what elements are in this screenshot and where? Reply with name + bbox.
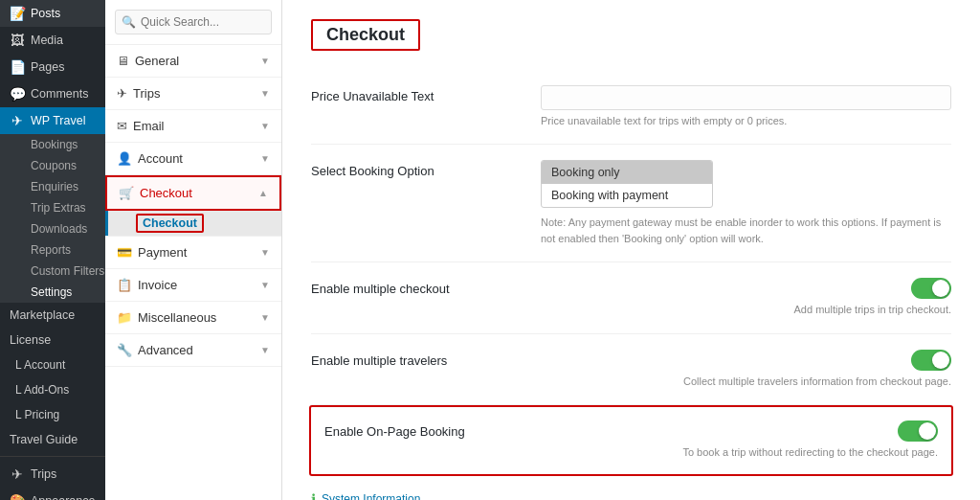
system-info-link[interactable]: System Information [322,492,420,500]
sidebar-item-reports[interactable]: Reports [21,239,105,261]
select-option-booking-only[interactable]: Booking only [542,161,712,184]
chevron-down-icon: ▼ [260,247,270,258]
toggle-onpage-booking[interactable] [898,420,938,442]
sidebar-sub-wptravel: Bookings Coupons Enquiries Trip Extras D… [0,134,105,303]
menu-group-payment: 💳 Payment ▼ [105,237,281,269]
pages-icon: 📄 [10,59,25,75]
sidebar-item-travel-guide[interactable]: Travel Guide [0,427,105,452]
menu-group-invoice: 📋 Invoice ▼ [105,269,281,302]
search-input[interactable] [115,10,272,34]
select-option-booking-payment[interactable]: Booking with payment [542,184,712,207]
sidebar-divider [0,456,105,457]
menu-group-checkout: 🛒 Checkout ▲ Checkout [105,175,281,237]
sidebar-item-posts[interactable]: 📝 Posts [0,0,105,27]
row-control-multiple-travelers: Collect multiple travelers information f… [541,350,951,389]
settings-row-multiple-checkout: Enable multiple checkout Add multiple tr… [311,262,951,333]
row-label-price-unavailable: Price Unavailable Text [311,85,541,103]
menu-group-trips: ✈ Trips ▼ [105,78,281,110]
search-wrapper: 🔍 [115,10,272,34]
menu-header-misc[interactable]: 📁 Miscellaneous ▼ [105,302,281,333]
sidebar-item-pages[interactable]: 📄 Pages [0,54,105,80]
sidebar-item-appearance[interactable]: 🎨 Appearance [0,488,105,500]
sidebar-item-lpricing[interactable]: L Pricing [0,402,105,427]
invoice-icon: 📋 [117,278,132,292]
menu-header-payment[interactable]: 💳 Payment ▼ [105,237,281,268]
sidebar-item-laddons[interactable]: L Add-Ons [0,377,105,402]
sidebar-item-trip-extras[interactable]: Trip Extras [21,197,105,218]
posts-icon: 📝 [10,6,25,21]
menu-group-misc: 📁 Miscellaneous ▼ [105,302,281,334]
toggle-multiple-checkout[interactable] [911,278,951,299]
chevron-up-icon: ▲ [258,188,268,198]
checkout-icon: 🛒 [119,186,134,200]
email-icon: ✉ [117,119,127,133]
menu-group-email: ✉ Email ▼ [105,110,281,143]
general-icon: 🖥 [117,54,129,68]
sidebar-item-laccount[interactable]: L Account [0,352,105,377]
sidebar-item-media[interactable]: 🖼 Media [0,27,105,54]
settings-row-booking-option: Select Booking Option Booking only Booki… [311,145,951,262]
settings-row-price-unavailable: Price Unavailable Text Price unavailable… [311,70,951,145]
toggle-hint-multiple-travelers: Collect multiple travelers information f… [683,375,951,389]
sidebar-item-marketplace[interactable]: Marketplace [0,303,105,328]
sidebar-item-coupons[interactable]: Coupons [21,155,105,176]
page-title-box: Checkout [311,19,420,51]
trips-icon: ✈ [10,466,25,482]
toggle-multiple-travelers[interactable] [911,350,951,371]
chevron-down-icon: ▼ [260,56,270,66]
wptravel-icon: ✈ [10,113,25,128]
menu-header-account[interactable]: 👤 Account ▼ [105,143,281,174]
row-control-multiple-checkout: Add multiple trips in trip checkout. [541,278,951,317]
price-unavailable-input[interactable] [541,85,951,110]
menu-header-general[interactable]: 🖥 General ▼ [105,45,281,77]
row-label-multiple-travelers: Enable multiple travelers [311,350,541,368]
row-label-onpage-booking: Enable On-Page Booking [324,420,554,439]
row-label-multiple-checkout: Enable multiple checkout [311,278,541,296]
settings-row-onpage-booking: Enable On-Page Booking To book a trip wi… [309,405,953,475]
menu-header-email[interactable]: ✉ Email ▼ [105,110,281,142]
sidebar-item-enquiries[interactable]: Enquiries [21,176,105,197]
payment-icon: 💳 [117,245,132,260]
menu-header-trips[interactable]: ✈ Trips ▼ [105,78,281,109]
page-title: Checkout [326,25,405,44]
trips-menu-icon: ✈ [117,86,127,101]
main-content: Checkout Price Unavailable Text Price un… [282,0,980,500]
sidebar-item-license[interactable]: License [0,328,105,352]
appearance-icon: 🎨 [10,493,25,500]
row-control-booking-option: Booking only Booking with payment Note: … [541,160,951,246]
sidebar-item-bookings[interactable]: Bookings [21,134,105,155]
menu-header-checkout[interactable]: 🛒 Checkout ▲ [105,175,281,211]
chevron-down-icon: ▼ [260,280,270,290]
system-info-footer: ℹ System Information [311,491,951,500]
chevron-down-icon: ▼ [260,88,270,99]
search-box: 🔍 [105,0,281,45]
toggle-wrap-multiple-travelers: Collect multiple travelers information f… [541,350,951,389]
sidebar: 📝 Posts 🖼 Media 📄 Pages 💬 Comments ✈ WP … [0,0,105,500]
chevron-down-icon: ▼ [260,121,270,131]
menu-header-advanced[interactable]: 🔧 Advanced ▼ [105,334,281,366]
info-icon: ℹ [311,491,316,500]
sidebar-item-wptravel[interactable]: ✈ WP Travel [0,107,105,134]
account-icon: 👤 [117,151,132,166]
toggle-hint-onpage-booking: To book a trip without redirecting to th… [682,445,938,460]
row-control-onpage-booking: To book a trip without redirecting to th… [554,420,938,460]
menu-sub-item-checkout[interactable]: Checkout [105,211,281,236]
menu-header-general-left: 🖥 General [117,54,179,68]
menu-header-invoice[interactable]: 📋 Invoice ▼ [105,269,281,301]
menu-group-account: 👤 Account ▼ [105,143,281,175]
row-control-price-unavailable: Price unavailable text for trips with em… [541,85,951,128]
settings-row-multiple-travelers: Enable multiple travelers Collect multip… [311,334,951,405]
chevron-down-icon: ▼ [260,153,270,164]
comments-icon: 💬 [10,86,25,102]
sidebar-item-trips[interactable]: ✈ Trips [0,461,105,488]
row-hint-price-unavailable: Price unavailable text for trips with em… [541,114,951,128]
toggle-hint-multiple-checkout: Add multiple trips in trip checkout. [794,303,951,317]
misc-icon: 📁 [117,310,132,325]
sidebar-item-comments[interactable]: 💬 Comments [0,80,105,107]
sidebar-item-settings[interactable]: Settings [21,282,105,303]
media-icon: 🖼 [10,33,25,48]
menu-group-general: 🖥 General ▼ [105,45,281,78]
booking-option-select[interactable]: Booking only Booking with payment [541,160,713,208]
sidebar-item-custom-filters[interactable]: Custom Filters [21,261,105,282]
sidebar-item-downloads[interactable]: Downloads [21,218,105,239]
